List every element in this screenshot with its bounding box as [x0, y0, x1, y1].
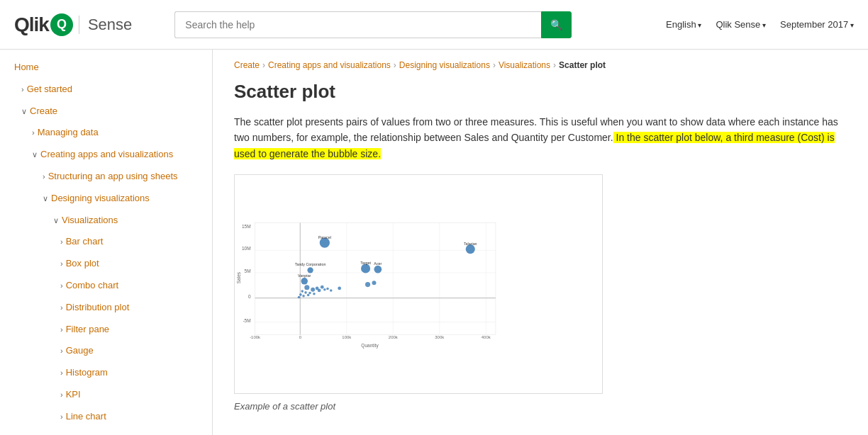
svg-point-48: [302, 295, 305, 298]
sidebar-item-histogram[interactable]: ›Histogram: [0, 362, 212, 384]
svg-point-35: [301, 278, 308, 285]
sidebar-item-gauge[interactable]: ›Gauge: [0, 340, 212, 362]
svg-text:0: 0: [299, 336, 302, 340]
sidebar-item-designing-viz[interactable]: ∨Designing visualizations: [0, 188, 212, 210]
svg-point-46: [313, 293, 316, 295]
sidebar-item-kpi[interactable]: ›KPI: [0, 384, 212, 406]
svg-text:Talarian: Talarian: [464, 242, 477, 246]
svg-text:300k: 300k: [435, 336, 444, 340]
svg-point-38: [311, 288, 315, 292]
sidebar-item-home[interactable]: Home: [0, 57, 212, 79]
breadcrumb-sep-3: ›: [493, 60, 496, 70]
page-description: The scatter plot presents pairs of value…: [234, 114, 847, 162]
svg-point-51: [330, 289, 333, 292]
breadcrumb-sep-4: ›: [553, 60, 556, 70]
breadcrumb-current: Scatter plot: [559, 60, 606, 70]
svg-text:100k: 100k: [342, 336, 351, 340]
svg-text:Tandy Corporation: Tandy Corporation: [295, 263, 326, 267]
breadcrumb-sep-2: ›: [394, 60, 396, 70]
breadcrumb-creating-apps[interactable]: Creating apps and visualizations: [268, 60, 391, 70]
sidebar-item-combo-chart[interactable]: ›Combo chart: [0, 275, 212, 297]
logo-area: Qlik Q Sense: [14, 13, 132, 36]
svg-point-33: [374, 266, 382, 273]
sidebar-item-managing-data[interactable]: ›Managing data: [0, 122, 212, 144]
svg-text:200k: 200k: [389, 336, 398, 340]
breadcrumb-visualizations[interactable]: Visualizations: [499, 60, 550, 70]
breadcrumb: Create › Creating apps and visualization…: [234, 60, 847, 70]
svg-point-52: [298, 296, 301, 299]
svg-point-43: [301, 290, 304, 293]
svg-text:10M: 10M: [242, 247, 251, 252]
breadcrumb-designing-viz[interactable]: Designing visualizations: [399, 60, 490, 70]
svg-point-40: [318, 289, 321, 293]
date-dropdown[interactable]: September 2017: [780, 19, 854, 30]
search-area: 🔍: [174, 11, 572, 38]
language-dropdown[interactable]: English: [666, 19, 701, 30]
sidebar: Home ›Get started ∨Create ›Managing data…: [0, 50, 213, 435]
svg-point-50: [326, 288, 329, 290]
chart-caption: Example of a scatter plot: [234, 401, 847, 412]
svg-point-53: [365, 282, 370, 287]
svg-text:Sales: Sales: [236, 271, 241, 283]
svg-text:0: 0: [248, 294, 251, 299]
svg-text:15M: 15M: [242, 224, 251, 229]
header-right: English Qlik Sense September 2017: [666, 19, 854, 30]
svg-point-47: [299, 293, 302, 296]
page-title: Scatter plot: [234, 81, 847, 103]
sidebar-item-visualizations[interactable]: ∨Visualizations: [0, 210, 212, 232]
breadcrumb-create[interactable]: Create: [234, 60, 260, 70]
sidebar-item-structuring-app[interactable]: ›Structuring an app using sheets: [0, 166, 212, 188]
sidebar-item-distribution-plot[interactable]: ›Distribution plot: [0, 297, 212, 319]
logo-q-icon: Q: [50, 13, 73, 36]
content-area: Create › Creating apps and visualization…: [213, 50, 868, 435]
logo-qlik-text: Qlik: [14, 13, 49, 36]
svg-point-54: [372, 281, 377, 285]
sidebar-item-filter-pane[interactable]: ›Filter pane: [0, 319, 212, 341]
svg-text:Target: Target: [360, 261, 371, 265]
logo-sense-text: Sense: [79, 16, 132, 34]
sidebar-item-creating-apps[interactable]: ∨Creating apps and visualizations: [0, 144, 212, 166]
svg-point-31: [361, 264, 370, 273]
svg-point-45: [308, 292, 311, 295]
header: Qlik Q Sense 🔍 English Qlik Sense Septem…: [0, 0, 868, 50]
sidebar-item-map[interactable]: ›Map: [0, 428, 212, 435]
sidebar-item-line-chart[interactable]: ›Line chart: [0, 406, 212, 428]
svg-point-41: [321, 286, 324, 289]
sidebar-item-get-started[interactable]: ›Get started: [0, 79, 212, 101]
svg-point-29: [307, 267, 313, 273]
product-dropdown[interactable]: Qlik Sense: [716, 19, 766, 30]
svg-point-44: [304, 291, 307, 294]
svg-rect-13: [255, 223, 496, 335]
svg-text:Vanptar: Vanptar: [298, 273, 311, 278]
sidebar-item-box-plot[interactable]: ›Box plot: [0, 253, 212, 275]
svg-text:-5M: -5M: [243, 318, 250, 323]
svg-text:5M: 5M: [245, 269, 251, 273]
svg-point-42: [323, 288, 326, 291]
sidebar-item-bar-chart[interactable]: ›Bar chart: [0, 231, 212, 253]
scatter-plot-chart: 15M 10M 5M 0 -5M Sales -100k 0 100k 200k…: [234, 174, 603, 394]
svg-point-55: [338, 287, 341, 290]
search-button[interactable]: 🔍: [541, 11, 572, 38]
main-layout: Home ›Get started ∨Create ›Managing data…: [0, 50, 868, 435]
svg-text:Quantity: Quantity: [361, 343, 379, 349]
search-input[interactable]: [174, 11, 541, 38]
svg-text:Paracel: Paracel: [318, 235, 331, 239]
sidebar-item-create[interactable]: ∨Create: [0, 101, 212, 123]
svg-text:400k: 400k: [482, 336, 491, 340]
chart-svg: 15M 10M 5M 0 -5M Sales -100k 0 100k 200k…: [235, 175, 602, 393]
svg-point-49: [307, 294, 310, 297]
svg-text:Acer: Acer: [374, 261, 382, 266]
svg-point-37: [304, 285, 309, 290]
breadcrumb-sep-1: ›: [262, 60, 265, 70]
svg-text:-100k: -100k: [250, 336, 260, 340]
